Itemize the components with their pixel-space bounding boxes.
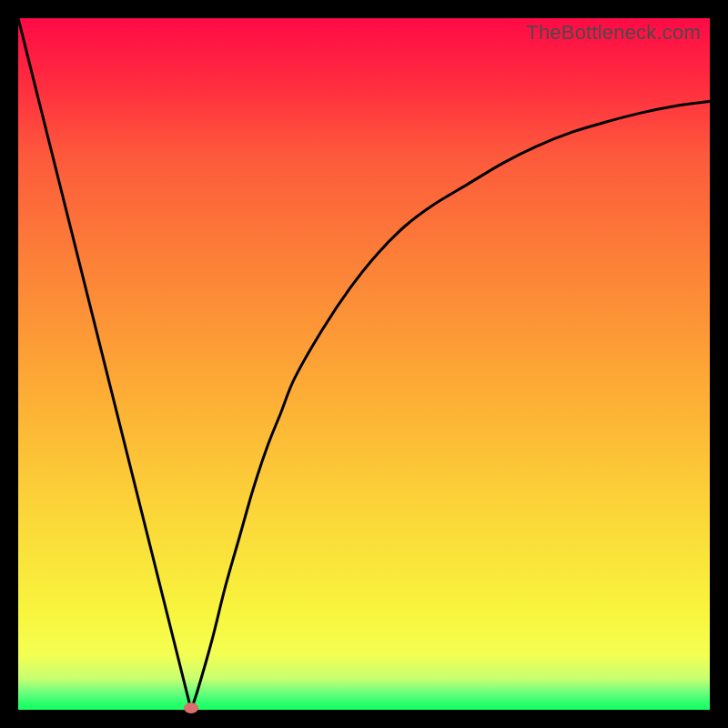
bottleneck-curve — [18, 18, 710, 710]
watermark-text: TheBottleneck.com — [526, 21, 701, 45]
marker-dot — [184, 703, 198, 713]
chart-gradient-area: TheBottleneck.com — [18, 18, 710, 710]
curve-svg — [18, 18, 710, 710]
